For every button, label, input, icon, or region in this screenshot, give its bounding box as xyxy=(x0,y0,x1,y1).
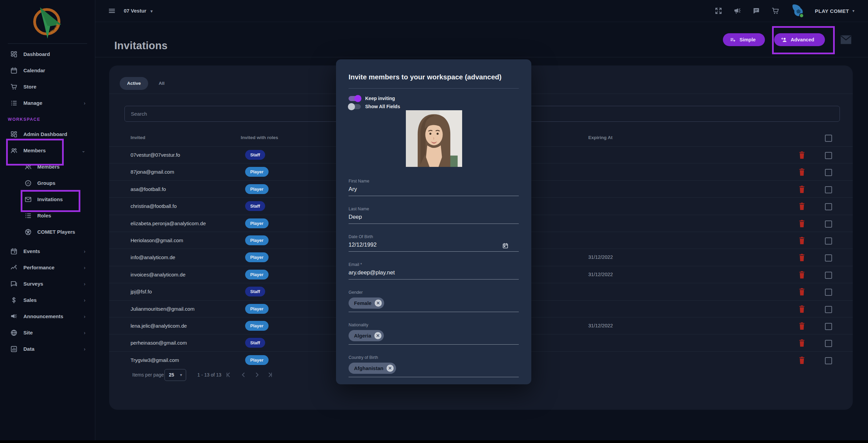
app-root: 07 VESTUR Dashboard Calendar Store Manag… xyxy=(0,0,868,440)
select-all-checkbox[interactable] xyxy=(825,135,832,142)
delete-invitation-button[interactable] xyxy=(798,356,806,364)
delete-invitation-button[interactable] xyxy=(798,322,806,330)
sidebar-item-site[interactable]: Site › xyxy=(0,325,95,341)
simple-invite-button[interactable]: Simple xyxy=(723,33,765,46)
workspace-switcher[interactable]: 07 Vestur ▾ xyxy=(124,0,153,22)
delete-invitation-button[interactable] xyxy=(798,271,806,279)
delete-invitation-button[interactable] xyxy=(798,253,806,262)
chevron-down-icon: ▼ xyxy=(179,369,183,381)
row-checkbox[interactable] xyxy=(825,323,832,330)
delete-invitation-button[interactable] xyxy=(798,339,806,347)
field-date-of-birth: Date Of Birth 12/12/1992 xyxy=(349,234,519,252)
sidebar-item-dashboard[interactable]: Dashboard xyxy=(0,46,95,62)
menu-toggle-icon[interactable] xyxy=(108,7,116,15)
sidebar-item-sales[interactable]: Sales › xyxy=(0,292,95,308)
field-last-name: Last Name Deep xyxy=(349,207,519,224)
delete-invitation-button[interactable] xyxy=(798,219,806,228)
cart-icon[interactable] xyxy=(771,7,780,15)
field-value[interactable]: Ary xyxy=(349,186,519,194)
delete-invitation-button[interactable] xyxy=(798,236,806,245)
field-label: Date Of Birth xyxy=(349,234,519,239)
sidebar-item-events[interactable]: Events › xyxy=(0,243,95,259)
account-avatar-comet-logo[interactable] xyxy=(790,4,804,18)
chat-icon[interactable] xyxy=(752,7,761,15)
dollar-icon xyxy=(10,296,18,304)
row-checkbox[interactable] xyxy=(825,152,832,159)
row-checkbox[interactable] xyxy=(825,237,832,245)
previous-page-button[interactable] xyxy=(240,371,247,379)
delete-invitation-button[interactable] xyxy=(798,185,806,193)
row-checkbox[interactable] xyxy=(825,340,832,347)
sidebar-item-invitations[interactable]: Invitations xyxy=(0,191,95,208)
last-page-button[interactable] xyxy=(267,371,274,379)
sidebar-item-store[interactable]: Store xyxy=(0,79,95,95)
megaphone-icon[interactable] xyxy=(733,7,742,15)
column-header-expiring: Expiring At xyxy=(588,129,613,146)
row-checkbox[interactable] xyxy=(825,186,832,193)
delete-invitation-button[interactable] xyxy=(798,202,806,210)
selected-chip-female[interactable]: Female✕ xyxy=(349,297,384,309)
row-checkbox[interactable] xyxy=(825,357,832,364)
field-value[interactable]: ary.deep@play.net xyxy=(349,269,519,277)
delete-invitation-button[interactable] xyxy=(798,168,806,176)
selected-chip-afghanistan[interactable]: Afghanistan✕ xyxy=(349,363,396,374)
sidebar-item-admin-dashboard[interactable]: Admin Dashboard xyxy=(0,126,95,142)
invited-email: lena.jelic@analyticom.de xyxy=(131,317,187,334)
field-first-name: First Name Ary xyxy=(349,179,519,196)
selected-chip-algeria[interactable]: Algeria✕ xyxy=(349,330,384,341)
calendar-small-icon[interactable] xyxy=(502,243,509,249)
row-checkbox[interactable] xyxy=(825,254,832,262)
sidebar-item-data[interactable]: Data › xyxy=(0,341,95,357)
row-checkbox[interactable] xyxy=(825,306,832,313)
fullscreen-icon[interactable] xyxy=(714,7,723,15)
chip-label: Algeria xyxy=(354,333,371,339)
chip-remove-icon[interactable]: ✕ xyxy=(387,365,394,372)
person-add-icon xyxy=(781,37,787,43)
account-menu[interactable]: PLAY COMET ▾ xyxy=(815,8,854,14)
invited-email: 87jona@gmail.com xyxy=(131,163,174,180)
row-checkbox[interactable] xyxy=(825,220,832,228)
chip-remove-icon[interactable]: ✕ xyxy=(374,332,381,339)
megaphone-icon xyxy=(10,313,18,320)
delete-invitation-button[interactable] xyxy=(798,305,806,313)
row-checkbox[interactable] xyxy=(825,289,832,296)
account-name: PLAY COMET xyxy=(815,8,849,14)
sidebar-item-announcements[interactable]: Announcements › xyxy=(0,308,95,325)
invited-email: elizabeta.peronja@analyticom.de xyxy=(131,215,206,232)
sidebar-item-surveys[interactable]: Surveys › xyxy=(0,276,95,292)
sidebar-item-roles[interactable]: Roles xyxy=(0,208,95,224)
sidebar-item-manage[interactable]: Manage › xyxy=(0,95,95,111)
sidebar-item-comet-players[interactable]: COMET Players xyxy=(0,224,95,240)
tab-active[interactable]: Active xyxy=(120,77,148,90)
first-page-button[interactable] xyxy=(224,371,232,379)
expiring-at-value: 31/12/2022 xyxy=(588,266,613,283)
role-badge: Staff xyxy=(245,338,265,348)
toggle-keep-inviting[interactable]: Keep inviting xyxy=(349,94,400,102)
field-value[interactable]: 12/12/1992 xyxy=(349,242,519,250)
chip-row: Afghanistan✕ xyxy=(349,363,519,374)
toggle-show-all-fields[interactable]: Show All Fields xyxy=(349,102,400,111)
row-checkbox[interactable] xyxy=(825,203,832,210)
sidebar-item-members[interactable]: Members xyxy=(0,159,95,175)
next-page-button[interactable] xyxy=(253,371,261,379)
club-logo: 07 VESTUR xyxy=(30,5,65,41)
row-checkbox[interactable] xyxy=(825,169,832,176)
sidebar-item-groups[interactable]: Groups xyxy=(0,175,95,191)
field-value[interactable]: Deep xyxy=(349,214,519,222)
tab-all[interactable]: All xyxy=(159,77,164,90)
page-size-select[interactable]: 25 ▼ xyxy=(164,369,186,381)
advanced-button-label: Advanced xyxy=(791,37,814,42)
delete-invitation-button[interactable] xyxy=(798,151,806,159)
sidebar-item-members[interactable]: Members ⌄ xyxy=(0,142,95,159)
row-checkbox[interactable] xyxy=(825,272,832,279)
advanced-invite-button[interactable]: Advanced xyxy=(774,33,825,46)
bar-chart-icon xyxy=(10,345,18,353)
chip-remove-icon[interactable]: ✕ xyxy=(375,300,382,307)
field-label: Gender xyxy=(349,290,519,295)
sidebar-item-calendar[interactable]: Calendar xyxy=(0,62,95,79)
delete-invitation-button[interactable] xyxy=(798,288,806,296)
modal-fields: First Name Ary Last Name Deep Date Of Bi… xyxy=(349,179,519,388)
sidebar-item-performance[interactable]: Performance › xyxy=(0,259,95,276)
chevron-right-icon: › xyxy=(84,308,85,325)
chevron-right-icon: › xyxy=(84,292,85,308)
